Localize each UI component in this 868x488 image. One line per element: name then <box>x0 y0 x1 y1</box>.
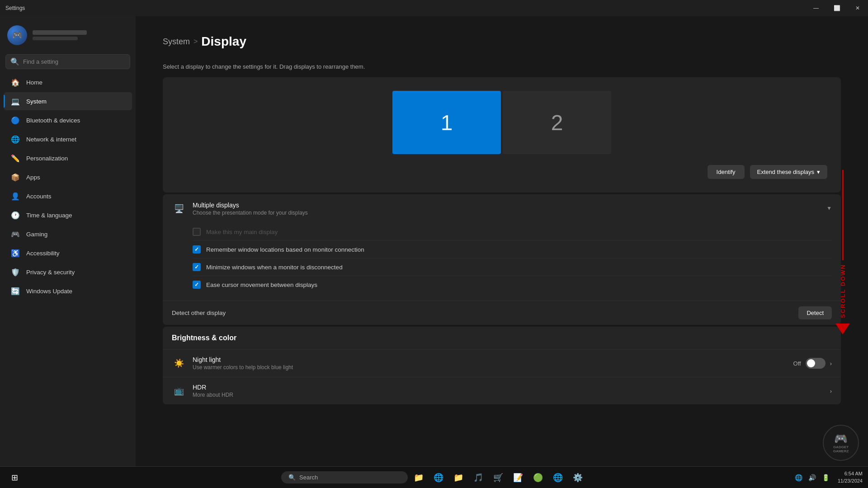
watermark: 🎮 GADGETGAMERZ <box>823 425 859 461</box>
start-icon: ⊞ <box>11 473 18 483</box>
hdr-icon: 📺 <box>172 384 186 398</box>
time-icon: 🕐 <box>11 211 20 220</box>
setting-row-main-display: Make this my main display <box>193 223 832 240</box>
maximize-button[interactable]: ⬜ <box>826 0 847 16</box>
privacy-icon: 🛡️ <box>11 267 20 277</box>
sidebar-item-accounts[interactable]: 👤 Accounts <box>4 187 132 205</box>
hdr-subtitle: More about HDR <box>193 392 233 398</box>
brightness-title: Brightness & color <box>163 327 841 349</box>
multiple-displays-header[interactable]: 🖥️ Multiple displays Choose the presenta… <box>163 194 841 223</box>
taskbar-icon-music[interactable]: 🎵 <box>469 469 487 487</box>
extend-button[interactable]: Extend these displays ▾ <box>750 165 827 179</box>
night-light-toggle[interactable] <box>806 358 826 369</box>
identify-button[interactable]: Identify <box>708 165 745 179</box>
chevron-right-icon: › <box>830 388 832 394</box>
sidebar-item-label: Apps <box>26 174 40 181</box>
update-icon: 🔄 <box>11 286 20 296</box>
network-icon: 🌐 <box>11 135 20 144</box>
accessibility-icon: ♿ <box>11 249 20 258</box>
taskbar-center: 🔍 Search 📁 🌐 📁 🎵 🛒 📝 🟢 🌐 ⚙️ <box>281 469 587 487</box>
sidebar-item-personalization[interactable]: ✏️ Personalization <box>4 149 132 167</box>
hdr-row[interactable]: 📺 HDR More about HDR › <box>163 377 841 404</box>
app-container: 🎮 🔍 🏠 Home 💻 System 🔵 Bluetooth & device… <box>0 16 868 488</box>
minimize-label: Minimize windows when a monitor is disco… <box>206 264 832 271</box>
extend-button-label: Extend these displays <box>757 169 814 175</box>
minimize-checkbox[interactable]: ✓ <box>193 263 201 271</box>
sidebar-item-update[interactable]: 🔄 Windows Update <box>4 282 132 300</box>
page-title: Display <box>201 34 246 49</box>
taskbar: ⊞ 🔍 Search 📁 🌐 📁 🎵 🛒 📝 🟢 🌐 ⚙️ 🌐 🔊 🔋 6:54… <box>0 466 868 488</box>
taskbar-search[interactable]: 🔍 Search <box>281 471 408 483</box>
night-light-subtitle: Use warmer colors to help block blue lig… <box>193 364 293 371</box>
sidebar-item-home[interactable]: 🏠 Home <box>4 73 132 91</box>
monitor-2[interactable]: 2 <box>503 91 611 154</box>
sidebar-item-label: Privacy & security <box>26 269 75 276</box>
search-input[interactable] <box>23 58 125 65</box>
breadcrumb: System > Display <box>163 34 841 49</box>
chevron-up-icon: ▲ <box>826 206 832 212</box>
sidebar-item-time[interactable]: 🕐 Time & language <box>4 206 132 224</box>
close-button[interactable]: ✕ <box>847 0 868 16</box>
sidebar-item-gaming[interactable]: 🎮 Gaming <box>4 225 132 243</box>
taskbar-left: ⊞ <box>5 469 24 487</box>
remember-checkbox[interactable]: ✓ <box>193 245 201 253</box>
personalization-icon: ✏️ <box>11 154 20 163</box>
minimize-button[interactable]: — <box>806 0 826 16</box>
sidebar-item-bluetooth[interactable]: 🔵 Bluetooth & devices <box>4 111 132 129</box>
taskbar-icon-notes[interactable]: 📝 <box>509 469 527 487</box>
sidebar-item-network[interactable]: 🌐 Network & internet <box>4 130 132 148</box>
taskbar-right: 🌐 🔊 🔋 6:54 AM 11/23/2024 <box>791 470 863 484</box>
sidebar-item-accessibility[interactable]: ♿ Accessibility <box>4 244 132 262</box>
taskbar-icon-files[interactable]: 📁 <box>410 469 428 487</box>
breadcrumb-parent[interactable]: System <box>163 37 190 47</box>
taskbar-icon-settings[interactable]: ⚙️ <box>569 469 587 487</box>
multiple-displays-section: 🖥️ Multiple displays Choose the presenta… <box>163 194 841 325</box>
check-icon: ✓ <box>194 264 199 270</box>
main-display-checkbox[interactable] <box>193 228 201 236</box>
sidebar-item-label: Bluetooth & devices <box>26 117 80 124</box>
multiple-displays-icon: 🖥️ <box>172 202 186 216</box>
taskbar-icon-gaming2[interactable]: 🟢 <box>529 469 547 487</box>
taskbar-clock[interactable]: 6:54 AM 11/23/2024 <box>838 470 863 484</box>
sidebar-item-label: Gaming <box>26 231 47 238</box>
detect-button[interactable]: Detect <box>798 306 832 319</box>
search-box[interactable]: 🔍 <box>5 54 130 69</box>
scroll-text: SCROLL DOWN <box>840 264 846 318</box>
systray-network[interactable]: 🌐 <box>793 471 805 484</box>
monitor-1[interactable]: 1 <box>392 91 501 154</box>
home-icon: 🏠 <box>11 78 20 87</box>
system-icon: 💻 <box>11 97 20 106</box>
taskbar-search-icon: 🔍 <box>288 474 296 481</box>
systray-battery[interactable]: 🔋 <box>820 471 832 484</box>
hdr-info: HDR More about HDR <box>193 384 233 398</box>
section-content: Make this my main display ✓ Remember win… <box>163 223 841 300</box>
taskbar-icon-browser1[interactable]: 🌐 <box>429 469 448 487</box>
accounts-icon: 👤 <box>11 192 20 201</box>
taskbar-icon-browser2[interactable]: 🌐 <box>549 469 567 487</box>
sidebar-item-apps[interactable]: 📦 Apps <box>4 168 132 186</box>
taskbar-icon-explorer[interactable]: 📁 <box>449 469 467 487</box>
taskbar-date-display: 11/23/2024 <box>838 478 863 484</box>
taskbar-time-display: 6:54 AM <box>838 470 863 477</box>
sidebar-item-label: Accounts <box>26 193 52 200</box>
sidebar-item-system[interactable]: 💻 System <box>4 92 132 110</box>
watermark-text: GADGETGAMERZ <box>833 445 849 453</box>
avatar[interactable]: 🎮 <box>7 25 27 45</box>
display-monitors: 1 2 <box>176 91 827 154</box>
night-light-row[interactable]: ☀️ Night light Use warmer colors to help… <box>163 349 841 377</box>
sidebar-item-privacy[interactable]: 🛡️ Privacy & security <box>4 263 132 281</box>
section-title-group: Multiple displays Choose the presentatio… <box>193 202 308 216</box>
apps-icon: 📦 <box>11 173 20 182</box>
remember-label: Remember window locations based on monit… <box>206 246 832 253</box>
sidebar-item-label: Personalization <box>26 155 68 162</box>
taskbar-icon-store[interactable]: 🛒 <box>489 469 507 487</box>
scroll-line <box>842 170 844 260</box>
search-icon: 🔍 <box>10 57 19 66</box>
cursor-checkbox[interactable]: ✓ <box>193 281 201 289</box>
chevron-down-icon: ▾ <box>817 169 820 175</box>
systray-volume[interactable]: 🔊 <box>806 471 819 484</box>
night-light-left: ☀️ Night light Use warmer colors to help… <box>172 356 293 371</box>
taskbar-search-label: Search <box>299 474 318 481</box>
display-instruction: Select a display to change the settings … <box>163 63 841 70</box>
start-button[interactable]: ⊞ <box>5 469 24 487</box>
